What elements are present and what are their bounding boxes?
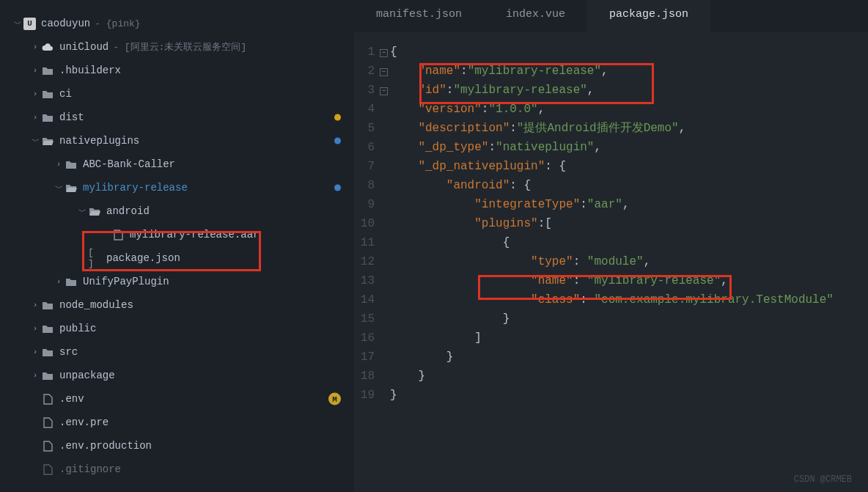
folder-icon [65, 275, 78, 288]
folder-icon [41, 322, 54, 335]
file-icon [41, 463, 54, 476]
folder-label: ci [59, 88, 339, 100]
file-package-json[interactable]: [ ] package.json [0, 246, 354, 270]
file-aar[interactable]: mylibrary-release.aar [0, 223, 354, 246]
folder-icon [41, 111, 54, 124]
folder-open-icon [41, 134, 54, 147]
folder-icon [41, 87, 54, 100]
chevron-down-icon: ﹀ [29, 135, 41, 147]
folder-node-modules[interactable]: › node_modules [0, 293, 354, 317]
folder-open-icon [88, 205, 101, 218]
file-label: mylibrary-release.aar [130, 229, 339, 241]
folder-android[interactable]: ﹀ android [0, 199, 354, 223]
chevron-right-icon: › [29, 65, 41, 76]
new-dot-icon [334, 185, 341, 191]
new-dot-icon [334, 138, 341, 144]
folder-mylibrary-release[interactable]: ﹀ mylibrary-release [0, 176, 354, 199]
file-label: .env.production [59, 440, 339, 452]
folder-label: UnifyPayPlugin [83, 276, 339, 287]
chevron-right-icon: › [29, 88, 41, 100]
tab-index[interactable]: index.vue [484, 0, 587, 32]
editor-area: manifest.json index.vue package.json 123… [354, 0, 868, 492]
watermark: CSDN @CRMEB [794, 474, 852, 485]
folder-unpackage[interactable]: › unpackage [0, 364, 354, 387]
file-label: package.json [106, 252, 339, 264]
chevron-down-icon: ﹀ [53, 182, 65, 194]
spacer [100, 229, 111, 241]
folder-label: src [59, 346, 339, 358]
folder-unicloud[interactable]: › uniCloud- [阿里云:未关联云服务空间] [0, 35, 354, 59]
file-label: .env.pre [59, 416, 339, 428]
chevron-right-icon: › [29, 41, 41, 53]
code-editor[interactable]: 12345678910111213141516171819 −−− { "nam… [354, 32, 868, 492]
chevron-down-icon: ﹀ [12, 18, 23, 29]
spacer [29, 463, 41, 475]
folder-label: ABC-Bank-Caller [83, 158, 339, 170]
spacer [29, 416, 41, 428]
spacer [76, 252, 88, 264]
folder-ci[interactable]: › ci [0, 82, 354, 106]
modified-badge-icon: M [328, 393, 341, 405]
spacer [29, 440, 41, 452]
folder-label: mylibrary-release [83, 182, 339, 194]
folder-label: dist [59, 111, 339, 123]
file-icon [41, 416, 54, 429]
sidebar: ﹀ U caoduyun- {pink} › uniCloud- [阿里云:未关… [0, 0, 354, 492]
chevron-right-icon: › [29, 299, 41, 311]
folder-icon [41, 298, 54, 312]
folder-icon [41, 369, 54, 382]
file-icon [41, 392, 54, 405]
folder-hint: - [阿里云:未关联云服务空间] [113, 42, 246, 53]
json-icon: [ ] [88, 251, 101, 265]
folder-icon [65, 158, 78, 171]
tab-package[interactable]: package.json [587, 0, 710, 32]
project-badge-icon: U [23, 18, 36, 30]
file-label: .env [59, 393, 339, 405]
folder-label: android [106, 205, 339, 217]
file-env-pre[interactable]: .env.pre [0, 411, 354, 434]
file-env[interactable]: .env M [0, 387, 354, 411]
file-label: .gitignore [59, 463, 339, 475]
file-tree: ﹀ U caoduyun- {pink} › uniCloud- [阿里云:未关… [0, 12, 354, 481]
chevron-right-icon: › [29, 346, 41, 358]
folder-nativeplugins[interactable]: ﹀ nativeplugins [0, 129, 354, 153]
folder-label: nativeplugins [59, 135, 339, 147]
folder-hbuilderx[interactable]: › .hbuilderx [0, 59, 354, 82]
chevron-right-icon: › [29, 323, 41, 334]
folder-public[interactable]: › public [0, 317, 354, 340]
chevron-down-icon: ﹀ [76, 205, 88, 217]
folder-dist[interactable]: › dist [0, 106, 354, 129]
folder-label: node_modules [59, 299, 339, 311]
folder-abc-bank[interactable]: › ABC-Bank-Caller [0, 153, 354, 176]
spacer [29, 393, 41, 405]
folder-unifypay[interactable]: › UnifyPayPlugin [0, 270, 354, 293]
tab-bar: manifest.json index.vue package.json [354, 0, 868, 32]
folder-open-icon [65, 181, 78, 194]
chevron-right-icon: › [53, 158, 65, 170]
file-icon [41, 439, 54, 452]
folder-label: unpackage [59, 370, 339, 381]
root-label: caoduyun [41, 18, 90, 29]
root-hint: - {pink} [95, 18, 140, 29]
chevron-right-icon: › [29, 370, 41, 381]
tab-manifest[interactable]: manifest.json [354, 0, 484, 32]
folder-label: .hbuilderx [59, 65, 339, 76]
file-icon [111, 228, 125, 241]
folder-icon [41, 64, 54, 77]
chevron-right-icon: › [29, 111, 41, 123]
line-numbers: 12345678910111213141516171819 [354, 43, 380, 492]
fold-column: −−− [380, 43, 390, 492]
code-content: { "name":"mylibrary-release", "id":"myli… [390, 43, 834, 492]
folder-icon [41, 345, 54, 359]
chevron-right-icon: › [53, 276, 65, 287]
folder-label: uniCloud [59, 41, 108, 53]
modified-dot-icon [334, 114, 341, 121]
folder-label: public [59, 323, 339, 334]
root-folder[interactable]: ﹀ U caoduyun- {pink} [0, 12, 354, 35]
folder-src[interactable]: › src [0, 340, 354, 364]
file-gitignore[interactable]: .gitignore [0, 458, 354, 481]
cloud-icon [41, 40, 54, 54]
file-env-production[interactable]: .env.production [0, 434, 354, 458]
